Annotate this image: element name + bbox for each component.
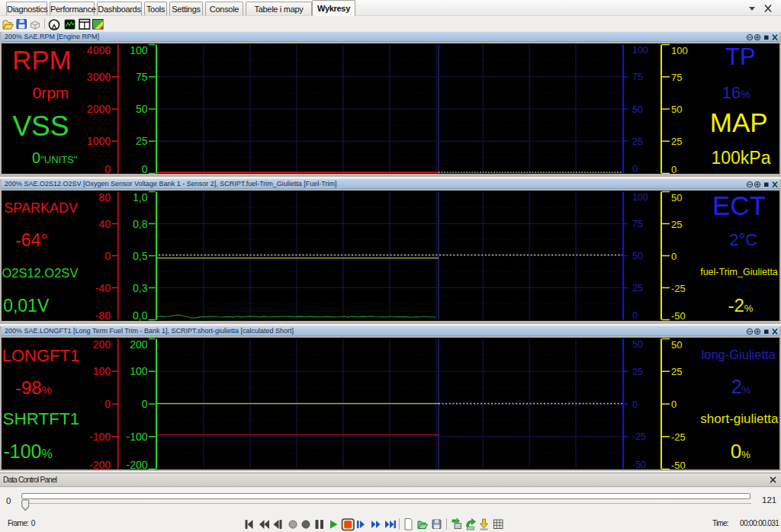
svg-text:200: 200 bbox=[130, 338, 148, 351]
svg-text:-25: -25 bbox=[671, 283, 686, 294]
svg-text:2%: 2% bbox=[731, 376, 751, 397]
svg-text:SHRTFT1: SHRTFT1 bbox=[2, 409, 79, 428]
svg-text:50: 50 bbox=[136, 103, 148, 115]
svg-text:0rpm: 0rpm bbox=[32, 84, 69, 101]
svg-text:0"UNITS": 0"UNITS" bbox=[32, 149, 78, 166]
svg-text:RPM: RPM bbox=[12, 45, 72, 75]
svg-text:100: 100 bbox=[93, 365, 111, 377]
svg-text:100: 100 bbox=[130, 365, 148, 377]
svg-text:0: 0 bbox=[671, 399, 677, 410]
svg-text:50: 50 bbox=[632, 104, 643, 115]
svg-text:100: 100 bbox=[632, 45, 648, 56]
svg-text:long-Giulietta: long-Giulietta bbox=[702, 348, 776, 361]
svg-text:0: 0 bbox=[142, 398, 148, 410]
svg-text:0: 0 bbox=[142, 163, 148, 175]
svg-text:50: 50 bbox=[632, 251, 643, 261]
svg-text:2°C: 2°C bbox=[729, 230, 757, 249]
svg-text:-64°: -64° bbox=[15, 230, 47, 250]
svg-text:16%: 16% bbox=[722, 83, 750, 102]
svg-text:0%: 0% bbox=[731, 440, 750, 463]
svg-text:-100: -100 bbox=[126, 431, 147, 443]
svg-text:LONGFT1: LONGFT1 bbox=[2, 346, 79, 365]
svg-text:TP: TP bbox=[725, 43, 756, 70]
svg-text:25: 25 bbox=[671, 219, 682, 230]
svg-text:1,0: 1,0 bbox=[133, 191, 148, 204]
svg-text:-200: -200 bbox=[89, 459, 111, 470]
svg-text:75: 75 bbox=[671, 72, 682, 83]
svg-text:25: 25 bbox=[632, 283, 643, 293]
svg-text:MAP: MAP bbox=[710, 107, 768, 137]
svg-text:75: 75 bbox=[632, 72, 643, 82]
svg-text:100kPa: 100kPa bbox=[711, 148, 770, 168]
svg-text:0: 0 bbox=[104, 250, 111, 262]
svg-text:-2%: -2% bbox=[728, 295, 753, 316]
svg-text:0: 0 bbox=[632, 399, 638, 410]
svg-text:4000: 4000 bbox=[87, 44, 111, 56]
svg-text:0: 0 bbox=[632, 164, 638, 174]
svg-text:-25: -25 bbox=[671, 431, 686, 443]
svg-text:-80: -80 bbox=[95, 309, 111, 322]
svg-text:-100%: -100% bbox=[3, 441, 52, 462]
svg-text:25: 25 bbox=[136, 135, 148, 147]
svg-text:0,3: 0,3 bbox=[133, 282, 148, 294]
svg-text:3000: 3000 bbox=[87, 71, 111, 83]
svg-text:75: 75 bbox=[136, 71, 148, 83]
svg-text:100: 100 bbox=[632, 192, 648, 203]
svg-text:-50: -50 bbox=[632, 460, 646, 470]
svg-text:VSS: VSS bbox=[12, 111, 69, 142]
svg-text:0: 0 bbox=[104, 398, 111, 410]
svg-text:1000: 1000 bbox=[87, 135, 111, 147]
svg-text:-50: -50 bbox=[671, 460, 686, 470]
svg-text:50: 50 bbox=[671, 339, 682, 351]
svg-text:-98%: -98% bbox=[15, 377, 52, 398]
svg-text:25: 25 bbox=[632, 367, 643, 377]
svg-text:25: 25 bbox=[671, 366, 682, 377]
svg-text:0: 0 bbox=[671, 251, 677, 262]
svg-text:2000: 2000 bbox=[87, 103, 111, 115]
svg-text:-200: -200 bbox=[126, 459, 147, 470]
svg-text:0,8: 0,8 bbox=[133, 218, 148, 230]
svg-text:75: 75 bbox=[632, 219, 643, 229]
svg-text:fuel-Trim_Giulietta: fuel-Trim_Giulietta bbox=[700, 267, 778, 277]
svg-text:50: 50 bbox=[671, 192, 682, 204]
svg-text:-25: -25 bbox=[632, 431, 646, 442]
svg-text:50: 50 bbox=[671, 104, 682, 115]
svg-text:-50: -50 bbox=[671, 310, 686, 322]
svg-text:0: 0 bbox=[671, 164, 677, 175]
svg-text:ECT: ECT bbox=[712, 191, 766, 220]
svg-text:200: 200 bbox=[93, 338, 111, 351]
svg-text:40: 40 bbox=[98, 218, 111, 230]
svg-text:25: 25 bbox=[671, 136, 682, 147]
svg-text:50: 50 bbox=[632, 339, 643, 350]
svg-text:80: 80 bbox=[98, 191, 111, 204]
svg-text:0,01V: 0,01V bbox=[3, 296, 50, 316]
svg-text:SPARKADV: SPARKADV bbox=[4, 200, 78, 216]
svg-text:100: 100 bbox=[130, 44, 148, 56]
svg-text:0,5: 0,5 bbox=[133, 250, 148, 262]
svg-text:O2S12.O2SV: O2S12.O2SV bbox=[2, 266, 78, 280]
svg-text:0: 0 bbox=[632, 310, 638, 321]
svg-text:25: 25 bbox=[632, 136, 643, 147]
svg-text:-40: -40 bbox=[95, 282, 111, 294]
svg-text:0,0: 0,0 bbox=[133, 309, 148, 322]
svg-text:-100: -100 bbox=[89, 431, 111, 443]
svg-text:short-giulietta: short-giulietta bbox=[700, 412, 779, 426]
svg-text:100: 100 bbox=[671, 45, 688, 56]
svg-text:0: 0 bbox=[104, 163, 111, 175]
